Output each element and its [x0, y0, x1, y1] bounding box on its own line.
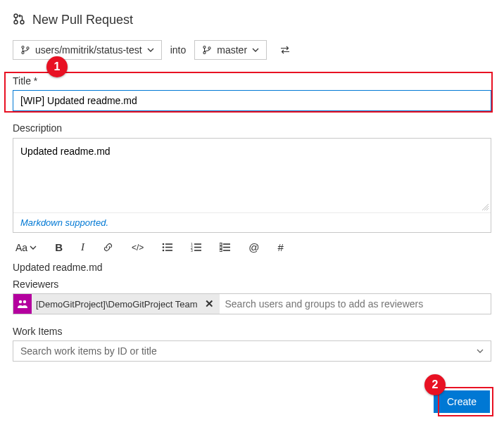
link-icon — [103, 242, 113, 253]
svg-rect-26 — [223, 250, 230, 251]
svg-point-27 — [19, 300, 22, 303]
swap-branches-button[interactable] — [279, 45, 291, 55]
checklist-icon — [220, 243, 230, 252]
pr-icon — [13, 13, 25, 27]
branch-icon — [20, 45, 30, 55]
svg-rect-25 — [220, 250, 222, 252]
numbered-list-icon: 123 — [191, 243, 201, 252]
bullet-list-icon — [162, 243, 172, 252]
reviewers-box[interactable]: [DemoGitProject]\DemoGitProject Team ✕ — [13, 293, 491, 314]
font-size-button[interactable]: Aa — [15, 242, 37, 253]
chevron-down-icon — [252, 46, 259, 53]
description-label: Description — [13, 122, 491, 134]
target-branch-dropdown[interactable]: master — [194, 40, 267, 60]
reviewers-input[interactable] — [220, 294, 491, 314]
create-button[interactable]: Create — [434, 390, 490, 413]
chevron-down-icon — [30, 244, 37, 251]
reviewer-chip: [DemoGitProject]\DemoGitProject Team ✕ — [13, 294, 220, 314]
svg-rect-24 — [223, 247, 230, 248]
bold-button[interactable]: B — [55, 241, 63, 253]
svg-point-7 — [203, 51, 206, 53]
description-preview: Updated readme.md — [13, 262, 491, 273]
description-textarea[interactable] — [13, 139, 491, 205]
code-button[interactable]: </> — [132, 243, 144, 253]
markdown-toolbar: Aa B I </> 123 @ # — [13, 241, 491, 253]
svg-point-3 — [22, 46, 24, 48]
svg-rect-16 — [194, 243, 201, 245]
bullet-list-button[interactable] — [162, 243, 172, 252]
remove-reviewer-button[interactable]: ✕ — [202, 298, 220, 310]
chevron-down-icon — [147, 46, 154, 53]
svg-point-1 — [14, 20, 18, 24]
numbered-list-button[interactable]: 123 — [191, 243, 201, 252]
title-label: Title * — [13, 75, 491, 87]
workitems-label: Work Items — [13, 326, 491, 337]
source-branch-dropdown[interactable]: users/mmitrik/status-test — [13, 40, 162, 60]
into-label: into — [170, 44, 187, 56]
page-title: New Pull Request — [32, 13, 133, 27]
svg-rect-14 — [165, 250, 172, 251]
link-button[interactable] — [103, 242, 113, 253]
svg-rect-21 — [220, 243, 222, 246]
svg-rect-12 — [165, 247, 172, 248]
italic-button[interactable]: I — [81, 241, 84, 253]
svg-point-6 — [203, 46, 206, 48]
svg-point-8 — [208, 47, 210, 49]
svg-point-5 — [27, 47, 29, 49]
markdown-supported-link[interactable]: Markdown supported. — [13, 212, 491, 232]
svg-point-9 — [163, 243, 165, 246]
workitems-placeholder: Search work items by ID or title — [20, 345, 157, 357]
svg-rect-10 — [165, 243, 172, 245]
svg-point-0 — [14, 14, 18, 18]
svg-point-28 — [23, 300, 26, 303]
reviewers-label: Reviewers — [13, 279, 491, 290]
svg-rect-23 — [220, 246, 222, 248]
chevron-down-icon — [477, 348, 484, 355]
svg-text:3: 3 — [191, 248, 193, 252]
source-branch-label: users/mmitrik/status-test — [35, 44, 142, 56]
svg-rect-20 — [194, 250, 201, 251]
workitems-dropdown[interactable]: Search work items by ID or title — [13, 340, 491, 362]
mention-button[interactable]: @ — [248, 241, 259, 253]
svg-rect-18 — [194, 247, 201, 248]
branch-icon — [202, 45, 212, 55]
checklist-button[interactable] — [220, 243, 230, 252]
resize-grip[interactable] — [13, 205, 491, 212]
target-branch-label: master — [217, 44, 247, 56]
svg-rect-22 — [223, 243, 230, 245]
title-input[interactable] — [13, 90, 491, 111]
reviewer-chip-name: [DemoGitProject]\DemoGitProject Team — [32, 299, 202, 310]
svg-point-13 — [163, 250, 165, 252]
hashtag-button[interactable]: # — [278, 241, 284, 253]
team-avatar-icon — [13, 294, 32, 314]
svg-point-2 — [20, 20, 24, 24]
svg-point-11 — [163, 246, 165, 248]
svg-point-4 — [22, 51, 24, 53]
swap-icon — [279, 46, 291, 54]
